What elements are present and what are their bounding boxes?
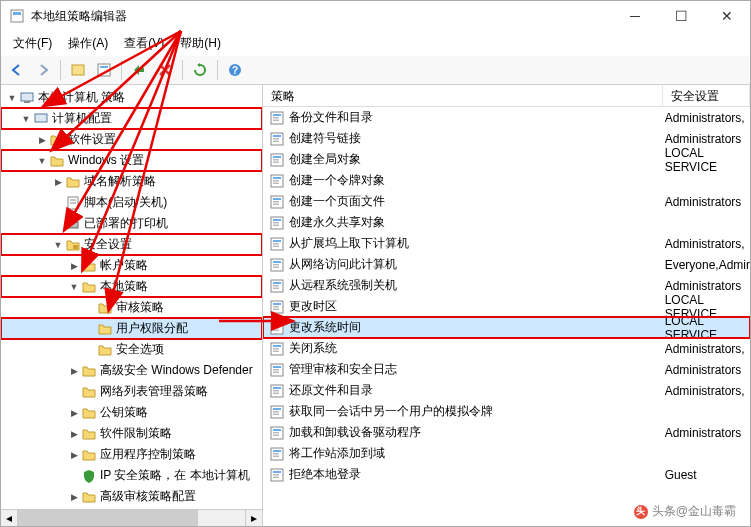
policy-setting: LOCAL SERVICE (665, 314, 750, 342)
tree-view[interactable]: ▼ 本地计算机 策略 ▼ 计算机配置 ▶ 软件设置 ▼ W (1, 85, 262, 509)
forward-button[interactable] (31, 58, 55, 82)
help-button[interactable]: ? (223, 58, 247, 82)
svg-rect-4 (100, 66, 108, 68)
menu-bar: 文件(F) 操作(A) 查看(V) 帮助(H) (1, 31, 750, 56)
svg-rect-60 (273, 348, 279, 350)
chevron-down-icon[interactable]: ▼ (67, 282, 81, 292)
svg-rect-48 (273, 285, 279, 287)
policy-row[interactable]: 加载和卸载设备驱动程序Administrators (263, 422, 750, 443)
tree-audit-policy[interactable]: 审核策略 (1, 297, 262, 318)
chevron-right-icon[interactable]: ▶ (67, 429, 81, 439)
menu-view[interactable]: 查看(V) (118, 33, 170, 54)
policy-setting: Guest (665, 468, 750, 482)
list-body[interactable]: 备份文件和目录Administrators,创建符号链接Administrato… (263, 107, 750, 526)
policy-row[interactable]: 创建永久共享对象 (263, 212, 750, 233)
tree-name-resolution[interactable]: ▶ 域名解析策略 (1, 171, 262, 192)
tree-horizontal-scrollbar[interactable]: ◂ ▸ (1, 509, 262, 526)
chevron-right-icon[interactable]: ▶ (67, 261, 81, 271)
policy-setting: Administrators (665, 426, 750, 440)
svg-rect-28 (273, 180, 279, 182)
chevron-down-icon[interactable]: ▼ (5, 93, 19, 103)
folder-icon (81, 384, 97, 400)
tree-deployed-printers[interactable]: 已部署的打印机 (1, 213, 262, 234)
menu-help[interactable]: 帮助(H) (174, 33, 227, 54)
svg-rect-27 (273, 177, 281, 179)
list-pane: 策略 安全设置 备份文件和目录Administrators,创建符号链接Admi… (263, 85, 750, 526)
tree-software-restriction[interactable]: ▶ 软件限制策略 (1, 423, 262, 444)
export-button[interactable] (127, 58, 151, 82)
back-button[interactable] (5, 58, 29, 82)
policy-row[interactable]: 管理审核和安全日志Administrators (263, 359, 750, 380)
chevron-down-icon[interactable]: ▼ (19, 114, 33, 124)
properties-button[interactable] (92, 58, 116, 82)
chevron-right-icon[interactable]: ▶ (51, 177, 65, 187)
delete-button[interactable] (153, 58, 177, 82)
menu-action[interactable]: 操作(A) (62, 33, 114, 54)
policy-setting: Everyone,Admir (665, 258, 750, 272)
svg-rect-17 (273, 119, 279, 121)
chevron-right-icon[interactable]: ▶ (67, 366, 81, 376)
tree-defender[interactable]: ▶ 高级安全 Windows Defender (1, 360, 262, 381)
tree-network-list[interactable]: 网络列表管理器策略 (1, 381, 262, 402)
tree-root[interactable]: ▼ 本地计算机 策略 (1, 87, 262, 108)
tree-software-settings[interactable]: ▶ 软件设置 (1, 129, 262, 150)
svg-rect-2 (72, 65, 84, 75)
tree-ipsec[interactable]: IP 安全策略，在 本地计算机 (1, 465, 262, 486)
minimize-button[interactable]: ─ (612, 1, 658, 31)
svg-rect-3 (98, 64, 110, 76)
tree-computer-config[interactable]: ▼ 计算机配置 (1, 108, 262, 129)
computer-icon (19, 90, 35, 106)
tree-user-rights[interactable]: 用户权限分配 (1, 318, 262, 339)
svg-rect-49 (273, 287, 279, 289)
tree-windows-settings[interactable]: ▼ Windows 设置 (1, 150, 262, 171)
show-tree-button[interactable] (66, 58, 90, 82)
policy-row[interactable]: 还原文件和目录Administrators, (263, 380, 750, 401)
chevron-right-icon[interactable]: ▶ (67, 492, 81, 502)
folder-icon (81, 363, 97, 379)
close-button[interactable]: ✕ (704, 1, 750, 31)
policy-row[interactable]: 关闭系统Administrators, (263, 338, 750, 359)
svg-rect-1 (13, 12, 21, 15)
refresh-button[interactable] (188, 58, 212, 82)
chevron-right-icon[interactable]: ▶ (67, 450, 81, 460)
policy-name: 拒绝本地登录 (289, 466, 665, 483)
policy-row[interactable]: 拒绝本地登录Guest (263, 464, 750, 485)
policy-setting: Administrators, (665, 237, 750, 251)
policy-row[interactable]: 从网络访问此计算机Everyone,Admir (263, 254, 750, 275)
tree-app-control[interactable]: ▶ 应用程序控制策略 (1, 444, 262, 465)
policy-row[interactable]: 更改系统时间LOCAL SERVICE (263, 317, 750, 338)
column-policy[interactable]: 策略 (263, 85, 663, 106)
window-title: 本地组策略编辑器 (31, 8, 612, 25)
toolbar: ? (1, 56, 750, 85)
tree-account-policies[interactable]: ▶ 帐户策略 (1, 255, 262, 276)
policy-row[interactable]: 获取同一会话中另一个用户的模拟令牌 (263, 401, 750, 422)
svg-rect-29 (273, 182, 279, 184)
maximize-button[interactable]: ☐ (658, 1, 704, 31)
policy-row[interactable]: 从扩展坞上取下计算机Administrators, (263, 233, 750, 254)
tree-security-options[interactable]: 安全选项 (1, 339, 262, 360)
policy-row[interactable]: 创建一个页面文件Administrators (263, 191, 750, 212)
policy-row[interactable]: 备份文件和目录Administrators, (263, 107, 750, 128)
tree-advanced-audit[interactable]: ▶ 高级审核策略配置 (1, 486, 262, 507)
svg-rect-76 (273, 432, 279, 434)
chevron-right-icon[interactable]: ▶ (35, 135, 49, 145)
policy-name: 获取同一会话中另一个用户的模拟令牌 (289, 403, 665, 420)
policy-setting: Administrators (665, 195, 750, 209)
tree-scripts[interactable]: 脚本(启动/关机) (1, 192, 262, 213)
chevron-right-icon[interactable]: ▶ (67, 408, 81, 418)
policy-row[interactable]: 将工作站添加到域 (263, 443, 750, 464)
policy-row[interactable]: 创建全局对象LOCAL SERVICE (263, 149, 750, 170)
column-security-setting[interactable]: 安全设置 (663, 85, 750, 106)
menu-file[interactable]: 文件(F) (7, 33, 58, 54)
svg-rect-51 (273, 303, 281, 305)
chevron-down-icon[interactable]: ▼ (51, 240, 65, 250)
svg-rect-69 (273, 392, 279, 394)
tree-local-policies[interactable]: ▼ 本地策略 (1, 276, 262, 297)
policy-setting: Administrators (665, 279, 750, 293)
svg-rect-64 (273, 369, 279, 371)
tree-security-settings[interactable]: ▼ 安全设置 (1, 234, 262, 255)
chevron-down-icon[interactable]: ▼ (35, 156, 49, 166)
tree-public-key[interactable]: ▶ 公钥策略 (1, 402, 262, 423)
svg-rect-40 (273, 243, 279, 245)
svg-rect-79 (273, 450, 281, 452)
